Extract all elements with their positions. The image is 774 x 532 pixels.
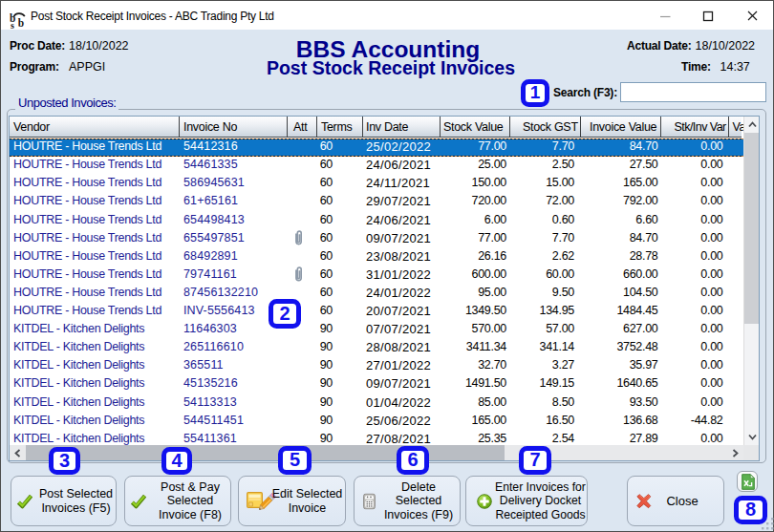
svg-text:b: b	[18, 17, 24, 29]
svg-text:s: s	[11, 20, 14, 31]
